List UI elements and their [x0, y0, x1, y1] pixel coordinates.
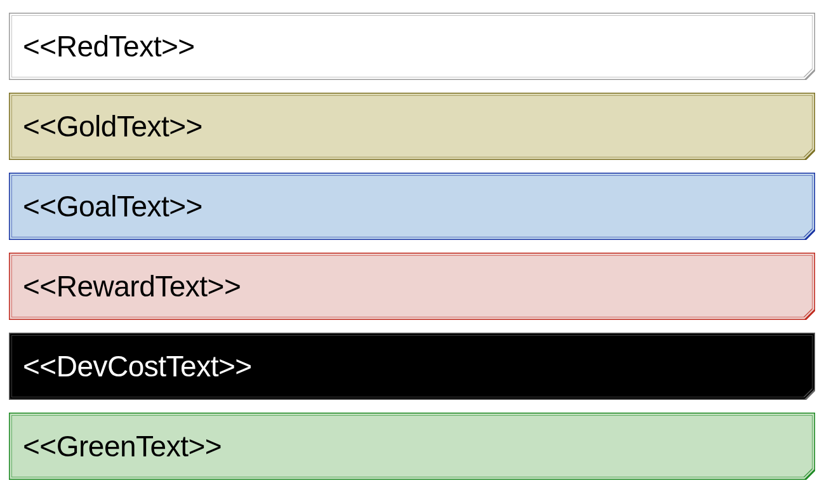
banner-goal: <<GoalText>>	[9, 173, 815, 240]
banner-goal-label: <<GoalText>>	[23, 189, 203, 223]
banner-green-label: <<GreenText>>	[23, 429, 222, 463]
banner-devcost: <<DevCostText>>	[9, 333, 815, 400]
banner-list: <<RedText>> <<GoldText>> <<GoalText>> <<…	[9, 13, 815, 480]
banner-devcost-label: <<DevCostText>>	[23, 349, 252, 383]
banner-red-label: <<RedText>>	[23, 29, 195, 63]
banner-gold: <<GoldText>>	[9, 93, 815, 160]
banner-green: <<GreenText>>	[9, 413, 815, 480]
banner-gold-label: <<GoldText>>	[23, 109, 203, 143]
banner-reward: <<RewardText>>	[9, 253, 815, 320]
banner-reward-label: <<RewardText>>	[23, 269, 241, 303]
banner-red: <<RedText>>	[9, 13, 815, 80]
